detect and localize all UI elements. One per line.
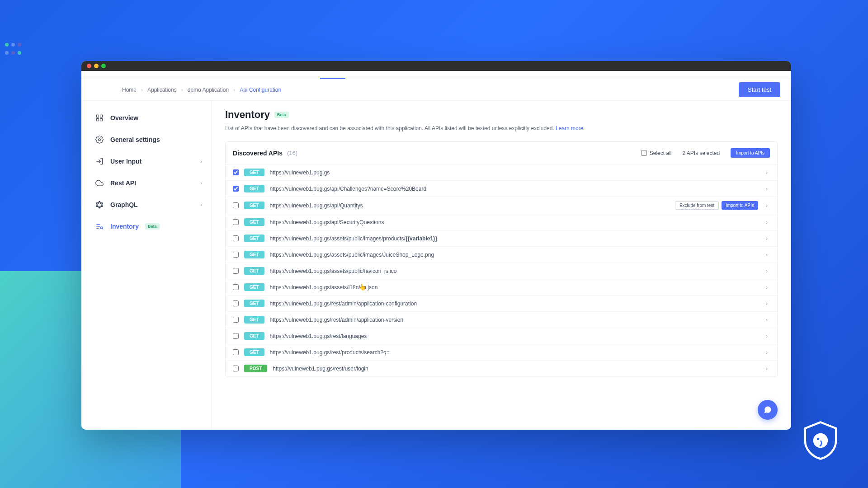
sidebar-item-label: Overview: [110, 114, 138, 122]
api-row[interactable]: GEThttps://vulneweb1.pug.gs/api/Security…: [226, 214, 777, 230]
import-to-apis-button[interactable]: Import to APIs: [722, 201, 758, 210]
sidebar-item-inventory[interactable]: Inventory Beta: [90, 216, 211, 237]
maximize-icon[interactable]: [101, 64, 106, 68]
chevron-right-icon[interactable]: ›: [764, 235, 770, 242]
sidebar-item-graphql[interactable]: GraphQL ›: [90, 194, 211, 216]
chevron-right-icon: ›: [200, 159, 202, 164]
method-badge: GET: [244, 332, 264, 340]
api-checkbox[interactable]: [233, 333, 239, 339]
app-window: Home › Applications › demo Application ›…: [81, 61, 791, 430]
chevron-right-icon[interactable]: ›: [764, 219, 770, 225]
api-checkbox[interactable]: [233, 252, 239, 258]
chevron-right-icon[interactable]: ›: [764, 252, 770, 258]
learn-more-link[interactable]: Learn more: [556, 125, 583, 131]
api-checkbox[interactable]: [233, 284, 239, 290]
chevron-right-icon: ›: [233, 87, 235, 93]
api-row[interactable]: GEThttps://vulneweb1.pug.gsExclude from …: [226, 164, 777, 181]
sidebar-item-general[interactable]: General settings: [90, 129, 211, 150]
chevron-right-icon[interactable]: ›: [764, 169, 770, 176]
svg-point-15: [100, 227, 103, 229]
chat-button[interactable]: [758, 400, 778, 420]
panel-title: Discovered APIs: [233, 150, 283, 157]
discovered-apis-panel: Discovered APIs (16) Select all 2 APIs s…: [225, 141, 778, 377]
chevron-right-icon[interactable]: ›: [764, 333, 770, 339]
chevron-right-icon[interactable]: ›: [764, 202, 770, 209]
cloud-icon: [95, 178, 104, 188]
page-title: Inventory: [225, 109, 270, 121]
api-row[interactable]: GEThttps://vulneweb1.pug.gs/api/Quantity…: [226, 197, 777, 214]
chevron-right-icon[interactable]: ›: [764, 349, 770, 356]
api-url: https://vulneweb1.pug.gs/api/Challenges?…: [270, 186, 758, 192]
start-test-button[interactable]: Start test: [739, 82, 780, 97]
api-checkbox[interactable]: [233, 268, 239, 274]
exclude-from-test-button[interactable]: Exclude from test: [675, 201, 719, 210]
svg-point-18: [817, 438, 819, 440]
chevron-right-icon[interactable]: ›: [764, 268, 770, 274]
sidebar-item-label: General settings: [110, 136, 160, 143]
api-row[interactable]: GEThttps://vulneweb1.pug.gs/rest/languag…: [226, 328, 777, 344]
api-checkbox[interactable]: [233, 366, 239, 371]
method-badge: GET: [244, 316, 264, 324]
breadcrumb-applications[interactable]: Applications: [147, 87, 177, 93]
breadcrumb-home[interactable]: Home: [122, 87, 137, 93]
gear-icon: [95, 135, 104, 144]
api-checkbox[interactable]: [233, 235, 239, 241]
method-badge: GET: [244, 348, 264, 356]
chevron-right-icon[interactable]: ›: [764, 186, 770, 192]
sidebar-item-label: User Input: [110, 158, 142, 165]
api-checkbox[interactable]: [233, 219, 239, 225]
api-row[interactable]: GEThttps://vulneweb1.pug.gs/api/Challeng…: [226, 181, 777, 197]
api-checkbox[interactable]: [233, 349, 239, 355]
api-url: https://vulneweb1.pug.gs/assets/public/f…: [270, 268, 758, 274]
top-nav: [81, 71, 791, 79]
api-row[interactable]: GEThttps://vulneweb1.pug.gs/assets/i18n/…: [226, 279, 777, 296]
svg-point-4: [99, 139, 101, 141]
sidebar-item-label: GraphQL: [110, 201, 138, 208]
chevron-right-icon: ›: [141, 87, 143, 93]
method-badge: POST: [244, 365, 267, 372]
api-url: https://vulneweb1.pug.gs/api/Quantitys: [270, 202, 670, 209]
close-icon[interactable]: [87, 64, 91, 68]
api-checkbox[interactable]: [233, 169, 239, 175]
breadcrumb-current: Api Configuration: [240, 87, 281, 93]
api-checkbox[interactable]: [233, 300, 239, 306]
api-checkbox[interactable]: [233, 317, 239, 323]
chevron-right-icon[interactable]: ›: [764, 366, 770, 372]
api-url: https://vulneweb1.pug.gs/assets/public/i…: [270, 252, 758, 258]
api-row[interactable]: GEThttps://vulneweb1.pug.gs/assets/publi…: [226, 230, 777, 247]
sidebar-item-user-input[interactable]: User Input ›: [90, 150, 211, 172]
panel-count: (16): [287, 150, 297, 156]
chevron-right-icon[interactable]: ›: [764, 300, 770, 307]
main-content: Inventory Beta List of APIs that have be…: [212, 101, 791, 430]
chevron-right-icon[interactable]: ›: [764, 284, 770, 291]
breadcrumb: Home › Applications › demo Application ›…: [122, 87, 281, 93]
api-checkbox[interactable]: [233, 202, 239, 208]
grid-icon: [95, 113, 104, 122]
api-row[interactable]: GEThttps://vulneweb1.pug.gs/rest/product…: [226, 344, 777, 361]
method-badge: GET: [244, 267, 264, 275]
api-url: https://vulneweb1.pug.gs/api/SecurityQue…: [270, 219, 758, 225]
select-all-checkbox[interactable]: [641, 150, 647, 156]
beta-badge: Beta: [274, 112, 289, 118]
api-row[interactable]: GEThttps://vulneweb1.pug.gs/rest/admin/a…: [226, 312, 777, 328]
minimize-icon[interactable]: [94, 64, 99, 68]
sidebar-item-overview[interactable]: Overview: [90, 107, 211, 129]
api-row[interactable]: GEThttps://vulneweb1.pug.gs/assets/publi…: [226, 247, 777, 263]
api-url: https://vulneweb1.pug.gs/rest/admin/appl…: [270, 317, 758, 323]
api-row[interactable]: POSThttps://vulneweb1.pug.gs/rest/user/l…: [226, 361, 777, 377]
sidebar-item-rest-api[interactable]: Rest API ›: [90, 172, 211, 194]
api-row[interactable]: GEThttps://vulneweb1.pug.gs/rest/admin/a…: [226, 296, 777, 312]
api-checkbox[interactable]: [233, 186, 239, 192]
beta-badge: Beta: [145, 223, 160, 230]
method-badge: GET: [244, 283, 264, 291]
import-to-apis-button[interactable]: Import to APIs: [731, 148, 770, 158]
chevron-right-icon[interactable]: ›: [764, 317, 770, 323]
select-all-label[interactable]: Select all: [641, 150, 672, 156]
method-badge: GET: [244, 251, 264, 258]
chat-icon: [763, 405, 772, 414]
breadcrumb-app[interactable]: demo Application: [188, 87, 229, 93]
api-row[interactable]: GEThttps://vulneweb1.pug.gs/assets/publi…: [226, 263, 777, 279]
api-url: https://vulneweb1.pug.gs: [270, 169, 758, 176]
method-badge: GET: [244, 202, 264, 209]
api-url: https://vulneweb1.pug.gs/rest/user/login: [273, 366, 758, 372]
